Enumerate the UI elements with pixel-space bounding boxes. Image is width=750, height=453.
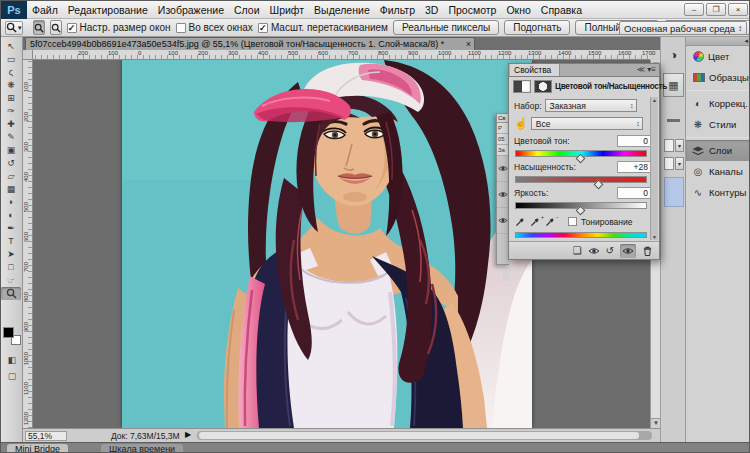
adjustment-half-circle-icon[interactable]: ◑ xyxy=(664,45,683,65)
panel-button-paths[interactable]: ∿ Контуры xyxy=(686,182,750,203)
type-tool[interactable]: T xyxy=(1,235,21,248)
panel-menu-icon[interactable]: ▾≡ xyxy=(647,65,656,74)
marquee-tool[interactable]: ▭ xyxy=(1,53,21,66)
delete-adjustment-icon[interactable] xyxy=(642,244,653,258)
tab-mini-bridge[interactable]: Mini Bridge xyxy=(7,444,68,453)
menu-edit[interactable]: Редактирование xyxy=(63,1,153,19)
hand-tool[interactable]: ☞ xyxy=(1,274,21,287)
move-tool[interactable]: ↖ xyxy=(1,40,21,53)
spinner-icon: ↕ xyxy=(738,24,742,33)
all-windows-checkbox[interactable]: Во всех окнах xyxy=(176,22,253,33)
scrollbar-thumb[interactable] xyxy=(199,432,639,439)
blur-tool[interactable]: ◗ xyxy=(1,196,21,209)
actual-pixels-button[interactable]: Реальные пикселы xyxy=(393,20,499,35)
lasso-tool[interactable]: ς xyxy=(1,66,21,79)
fit-screen-button[interactable]: Подогнать xyxy=(504,20,570,35)
visibility-eye-icon[interactable] xyxy=(620,244,636,258)
slider-thumb[interactable] xyxy=(576,206,586,216)
eyedropper-add-icon[interactable]: + xyxy=(530,216,541,227)
foreground-color-swatch[interactable] xyxy=(3,327,14,338)
hue-slider[interactable] xyxy=(515,150,647,157)
slider-thumb[interactable] xyxy=(594,180,604,190)
pen-tool[interactable]: ✒ xyxy=(1,222,21,235)
resize-windows-checkbox[interactable]: ✓ Настр. размер окон xyxy=(67,22,171,33)
menu-select[interactable]: Выделение xyxy=(309,1,375,19)
collapse-icon[interactable]: ≪ xyxy=(637,65,645,74)
clone-stamp-tool[interactable]: ▣ xyxy=(1,144,21,157)
reset-icon[interactable]: ↺ xyxy=(606,244,614,258)
eyedropper-subtract-icon[interactable]: − xyxy=(545,216,556,227)
view-previous-state-icon[interactable] xyxy=(588,244,600,258)
history-brush-tool[interactable]: ↺ xyxy=(1,157,21,170)
shape-tool[interactable]: □ xyxy=(1,261,21,274)
eyedropper-sample-icon[interactable] xyxy=(515,216,526,227)
menu-filter[interactable]: Фильтр xyxy=(375,1,420,19)
document-tab[interactable]: 5f07cceb4994b0b8691e473a50e534f5.jpg @ 5… xyxy=(25,37,475,50)
saturation-input[interactable]: +28 xyxy=(617,161,651,173)
panel-button-styles[interactable]: ❋ Стили xyxy=(686,114,750,135)
menu-help[interactable]: Справка xyxy=(536,1,587,19)
eyedropper-tool[interactable]: ✑ xyxy=(1,105,21,118)
properties-body: Цветовой тон/Насыщенность Набор: Заказна… xyxy=(508,76,660,260)
zoom-in-button[interactable] xyxy=(33,20,45,35)
panel-scrollbar[interactable]: ▲ ▼ xyxy=(650,97,658,240)
zoom-tool-preview[interactable]: ▾ xyxy=(5,21,23,35)
targeted-adjustment-icon[interactable]: ☝ xyxy=(514,117,528,130)
menu-image[interactable]: Изображение xyxy=(153,1,229,19)
maximize-button[interactable]: ❐ xyxy=(706,3,726,16)
tab-close-icon[interactable]: × xyxy=(466,38,471,50)
saturation-slider[interactable] xyxy=(515,176,647,183)
menu-file[interactable]: Файл xyxy=(27,1,63,19)
dodge-tool[interactable]: ◐ xyxy=(1,209,21,222)
menu-window[interactable]: Окно xyxy=(501,1,535,19)
hue-sat-adjustment-icon[interactable] xyxy=(513,80,531,93)
menu-3d[interactable]: 3D xyxy=(420,1,443,19)
channel-select[interactable]: Все ↕ xyxy=(531,117,643,130)
panel-button-channels[interactable]: ◎ Каналы xyxy=(686,161,750,182)
panel-button-layers[interactable]: Слои xyxy=(686,140,750,161)
scrubby-zoom-checkbox[interactable]: ✓ Масшт. перетаскиванием xyxy=(258,22,388,33)
gradient-tool[interactable]: ▦ xyxy=(1,183,21,196)
horizontal-scrollbar[interactable] xyxy=(197,431,652,440)
colorize-checkbox[interactable] xyxy=(568,217,577,226)
menu-bar: Ps Файл Редактирование Изображение Слои … xyxy=(1,1,750,19)
canvas-image[interactable] xyxy=(122,60,532,428)
panel-button-swatches[interactable]: Образцы xyxy=(686,67,750,88)
clip-to-layer-icon[interactable]: ❏ xyxy=(573,244,582,258)
hidden-panel-row[interactable]: ▾ xyxy=(664,157,684,170)
eraser-tool[interactable]: ▱ xyxy=(1,170,21,183)
adjustment-title: Цветовой тон/Насыщенность xyxy=(555,82,667,91)
hidden-panel-row[interactable]: ▾ xyxy=(664,139,684,152)
menu-layers[interactable]: Слои xyxy=(229,1,265,19)
zoom-out-button[interactable] xyxy=(50,20,62,35)
lightness-slider[interactable] xyxy=(515,202,647,209)
panel-button-adjustments[interactable]: ◐ Коррекц.. xyxy=(686,93,750,114)
dock-collapse-icon[interactable]: ◂ xyxy=(744,37,748,44)
menu-type[interactable]: Шрифт xyxy=(265,1,310,19)
preset-select[interactable]: Заказная ↕ xyxy=(545,99,637,112)
scroll-up-icon[interactable]: ▲ xyxy=(652,97,657,103)
brush-tool[interactable]: ✎ xyxy=(1,131,21,144)
zoom-level-field[interactable]: 55,1% xyxy=(25,431,67,441)
close-button[interactable]: × xyxy=(728,3,748,16)
panel-button-color[interactable]: Цвет xyxy=(686,46,750,67)
zoom-tool[interactable] xyxy=(1,287,21,300)
slider-thumb[interactable] xyxy=(576,154,586,164)
minimize-button[interactable]: – xyxy=(684,3,704,16)
crop-tool[interactable]: ⊞ xyxy=(1,92,21,105)
menu-view[interactable]: Просмотр xyxy=(443,1,501,19)
scroll-down-icon[interactable]: ▼ xyxy=(652,234,657,240)
layer-mask-icon[interactable] xyxy=(534,80,552,93)
hue-input[interactable]: 0 xyxy=(617,135,651,147)
healing-brush-tool[interactable]: ✚ xyxy=(1,118,21,131)
horizontal-ruler[interactable]: 200 100 0 100 200 300 400 500 600 700 80… xyxy=(23,50,650,60)
path-selection-tool[interactable]: ➤ xyxy=(1,248,21,261)
quick-mask-button[interactable]: ◧ xyxy=(1,355,23,365)
screen-mode-button[interactable]: ▢ xyxy=(1,371,23,381)
vertical-ruler[interactable]: 100 200 300 400 500 600 700 800 900 1000… xyxy=(23,60,33,428)
tab-timeline[interactable]: Шкала времени xyxy=(101,444,183,453)
status-options-arrow-icon[interactable]: ▶ xyxy=(185,430,191,439)
quick-selection-tool[interactable]: ❋ xyxy=(1,79,21,92)
workspace-select[interactable]: Основная рабочая среда ↕ xyxy=(619,21,747,35)
lightness-input[interactable]: 0 xyxy=(617,187,651,199)
